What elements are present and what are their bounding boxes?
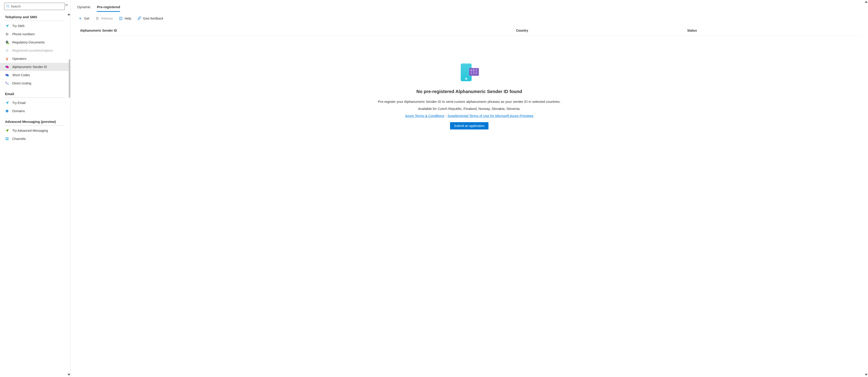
antenna-icon [5, 57, 9, 61]
scroll-down-icon[interactable] [865, 373, 868, 377]
col-alphanumeric-sender-id[interactable]: Alphanumeric Sender ID [80, 29, 516, 32]
svg-rect-16 [7, 75, 9, 76]
give-feedback-button[interactable]: Give feedback [137, 16, 164, 21]
nav-phone-numbers[interactable]: Phone numbers [4, 30, 70, 38]
svg-marker-2 [67, 13, 70, 15]
svg-point-17 [5, 82, 6, 83]
nav-domains[interactable]: Domains [4, 107, 70, 115]
empty-description-1: Pre-register your Alphanumeric Sender ID… [378, 100, 561, 104]
scroll-down-icon[interactable] [67, 373, 70, 377]
nav-direct-routing[interactable]: Direct routing [4, 79, 70, 87]
submit-application-button[interactable]: Submit an application [450, 122, 489, 129]
button-label: Give feedback [143, 17, 163, 20]
button-label: Get [84, 17, 89, 20]
message-short-icon [5, 73, 9, 77]
nav-short-codes[interactable]: Short Codes [4, 71, 70, 79]
release-button: Release [95, 16, 113, 21]
scroll-up-icon[interactable] [865, 0, 868, 4]
nav-operators[interactable]: Operators [4, 55, 70, 63]
empty-illustration: A B C 1 2 3 [460, 63, 479, 82]
divider [4, 21, 65, 21]
channels-icon [5, 137, 9, 141]
alphanumeric-icon: A B C 1 2 3 [469, 68, 479, 76]
send-icon [5, 101, 9, 105]
send-icon [5, 24, 9, 28]
col-status[interactable]: Status [687, 29, 859, 32]
nav-group-telephony: Telephony and SMS [4, 13, 70, 20]
get-button[interactable]: Get [78, 16, 90, 21]
nav-try-email[interactable]: Try Email [4, 99, 70, 107]
search-icon [6, 4, 9, 8]
svg-point-37 [138, 18, 139, 19]
svg-marker-39 [865, 374, 868, 376]
plus-icon [78, 17, 82, 21]
main-content: Dynamic Pre-registered Get Release [70, 0, 868, 377]
empty-description-2: Available for Czech Republic, Finaland, … [418, 107, 521, 111]
sidebar: Telephony and SMS Try SMS Phone numbers [0, 0, 70, 377]
trash-icon [95, 17, 99, 21]
collapse-sidebar-button[interactable] [64, 3, 69, 7]
svg-marker-26 [67, 374, 70, 376]
tab-dynamic[interactable]: Dynamic [77, 3, 91, 12]
search-box[interactable] [4, 3, 65, 10]
globe-icon [5, 49, 9, 53]
separator: - [444, 114, 447, 118]
nav-regulatory-documents[interactable]: Regulatory Documents [4, 38, 70, 47]
svg-rect-22 [6, 138, 7, 139]
svg-point-18 [8, 84, 9, 85]
svg-rect-23 [7, 138, 8, 139]
nav-label: Try Email [12, 101, 26, 105]
svg-line-1 [8, 7, 9, 7]
link-azure-terms[interactable]: Azure Terms & Conditions [405, 114, 444, 118]
phone-routing-icon [5, 81, 9, 85]
svg-rect-38 [139, 17, 141, 18]
nav-group-email: Email [4, 91, 70, 97]
search-input[interactable] [11, 4, 63, 8]
nav-label: Short Codes [12, 73, 30, 77]
svg-point-0 [7, 5, 9, 7]
nav-alphanumeric-sender-id[interactable]: Alphanumeric Sender ID [0, 63, 69, 71]
book-icon [119, 17, 123, 21]
svg-rect-25 [7, 139, 8, 140]
nav-label: Domains [12, 109, 25, 113]
table-header: Alphanumeric Sender ID Country Status [77, 26, 861, 36]
svg-rect-30 [96, 18, 98, 20]
col-country[interactable]: Country [516, 29, 687, 32]
nav-try-sms[interactable]: Try SMS [4, 22, 70, 30]
empty-state: A B C 1 2 3 No pre-registered Alphanumer… [77, 36, 861, 139]
person-feedback-icon [137, 17, 141, 21]
nav-label: Registered countries/regions [12, 49, 53, 52]
svg-rect-24 [6, 139, 7, 140]
empty-title: No pre-registered Alphanumeric Sender ID… [416, 89, 522, 94]
svg-marker-27 [865, 1, 868, 3]
nav-label: Try SMS [12, 24, 25, 28]
nav-label: Channels [12, 137, 26, 141]
nav-try-advanced-messaging[interactable]: Try Advanced Messaging [4, 126, 70, 135]
nav-label: Operators [12, 57, 26, 60]
divider [4, 97, 65, 98]
message-alphanumeric-icon [5, 65, 9, 69]
document-check-icon [5, 40, 9, 45]
scroll-up-icon[interactable] [67, 12, 70, 16]
toolbar: Get Release Help [77, 13, 861, 26]
nav-channels[interactable]: Channels [4, 135, 70, 143]
empty-links: Azure Terms & Conditions - Supplemental … [405, 114, 533, 118]
tab-pre-registered[interactable]: Pre-registered [97, 3, 120, 12]
nav-label: Phone numbers [12, 32, 35, 36]
hash-icon [5, 32, 9, 36]
nav-registered-countries: Registered countries/regions [4, 47, 70, 55]
nav-label: Alphanumeric Sender ID [12, 65, 47, 69]
nav-label: Direct routing [12, 82, 31, 85]
globe-icon [5, 109, 9, 113]
help-button[interactable]: Help [118, 16, 132, 21]
nav-label: Regulatory Documents [12, 40, 44, 44]
nav-label: Try Advanced Messaging [12, 129, 48, 133]
link-supplemental-terms[interactable]: Supplemental Terms of Use for Microsoft … [447, 114, 533, 118]
button-label: Release [101, 17, 113, 20]
nav-group-advanced-messaging: Advanced Messaging (preview) [4, 118, 70, 125]
button-label: Help [125, 17, 131, 20]
scrollbar-thumb[interactable] [69, 59, 70, 98]
svg-rect-14 [7, 66, 9, 68]
send-icon [5, 128, 9, 133]
tabs: Dynamic Pre-registered [77, 3, 861, 12]
